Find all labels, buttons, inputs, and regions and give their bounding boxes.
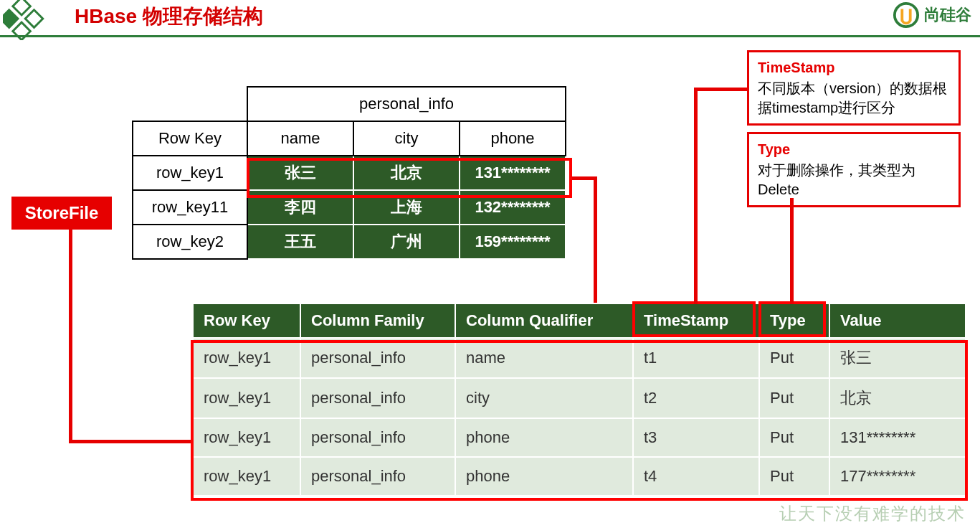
data-cell: 北京 bbox=[353, 156, 460, 190]
connector-line bbox=[790, 198, 794, 304]
col-header: phone bbox=[460, 121, 566, 156]
connector-line bbox=[69, 230, 72, 443]
row-key-cell: row_key1 bbox=[133, 156, 247, 190]
row-key-header: Row Key bbox=[133, 121, 247, 156]
callout-type: Type 对于删除操作，其类型为Delete bbox=[747, 132, 961, 207]
column-family-header: personal_info bbox=[247, 87, 566, 121]
cell: t1 bbox=[633, 338, 759, 378]
col-header-type: Type bbox=[759, 303, 829, 338]
col-header-rowkey: Row Key bbox=[193, 303, 300, 338]
cell: name bbox=[455, 338, 633, 378]
cell: personal_info bbox=[300, 338, 455, 378]
svg-rect-0 bbox=[13, 0, 31, 15]
connector-line bbox=[594, 176, 597, 304]
cell: personal_info bbox=[300, 418, 455, 457]
table-row: row_key1 personal_info phone t3 Put 131*… bbox=[193, 418, 966, 457]
data-cell: 上海 bbox=[353, 190, 460, 225]
cell: row_key1 bbox=[193, 457, 300, 496]
cell: Put bbox=[759, 418, 829, 457]
col-header: name bbox=[247, 121, 353, 156]
callout-body: 对于删除操作，其类型为Delete bbox=[758, 161, 950, 199]
connector-line bbox=[572, 176, 596, 180]
cell: Put bbox=[759, 338, 829, 378]
table-row: row_key1 personal_info phone t4 Put 177*… bbox=[193, 457, 966, 496]
cell: city bbox=[455, 378, 633, 418]
table-row: row_key11 李四 上海 132******** bbox=[133, 190, 566, 225]
brand-logo-icon bbox=[893, 1, 920, 29]
data-cell: 王五 bbox=[247, 225, 353, 259]
cell: 131******** bbox=[829, 418, 966, 457]
cell: Put bbox=[759, 457, 829, 496]
data-cell: 131******** bbox=[460, 156, 566, 190]
connector-line bbox=[69, 440, 192, 443]
logical-view-table: personal_info Row Key name city phone ro… bbox=[132, 86, 566, 260]
row-key-cell: row_key11 bbox=[133, 190, 247, 225]
diamond-grid-icon bbox=[3, 0, 44, 40]
cell: row_key1 bbox=[193, 378, 300, 418]
col-header-value: Value bbox=[829, 303, 966, 338]
table-row: row_key2 王五 广州 159******** bbox=[133, 225, 566, 259]
col-header-timestamp: TimeStamp bbox=[633, 303, 759, 338]
cell: personal_info bbox=[300, 457, 455, 496]
data-cell: 159******** bbox=[460, 225, 566, 259]
callout-body: 不同版本（version）的数据根据timestamp进行区分 bbox=[758, 79, 950, 118]
table-header-row: Row Key Column Family Column Qualifier T… bbox=[193, 303, 966, 338]
cell: row_key1 bbox=[193, 418, 300, 457]
cell: 177******** bbox=[829, 457, 966, 496]
callout-timestamp: TimeStamp 不同版本（version）的数据根据timestamp进行区… bbox=[747, 50, 961, 126]
page-title: HBase 物理存储结构 bbox=[75, 3, 263, 30]
physical-cells-table: Row Key Column Family Column Qualifier T… bbox=[192, 303, 966, 496]
brand-text: 尚硅谷 bbox=[924, 4, 971, 26]
cell: t4 bbox=[633, 457, 759, 496]
footer-watermark: 让天下没有难学的技术 bbox=[779, 502, 966, 525]
cell: t2 bbox=[633, 378, 759, 418]
storefile-label: StoreFile bbox=[11, 197, 112, 230]
data-cell: 广州 bbox=[353, 225, 460, 259]
col-header-cf: Column Family bbox=[300, 303, 455, 338]
svg-rect-2 bbox=[3, 10, 18, 28]
data-cell: 132******** bbox=[460, 190, 566, 225]
table-row: row_key1 personal_info name t1 Put 张三 bbox=[193, 338, 966, 378]
data-cell: 张三 bbox=[247, 156, 353, 190]
cell: Put bbox=[759, 378, 829, 418]
col-header: city bbox=[353, 121, 460, 156]
row-key-cell: row_key2 bbox=[133, 225, 247, 259]
svg-rect-1 bbox=[25, 10, 43, 28]
table-row: row_key1 personal_info city t2 Put 北京 bbox=[193, 378, 966, 418]
col-header-qualifier: Column Qualifier bbox=[455, 303, 633, 338]
header: HBase 物理存储结构 尚硅谷 bbox=[0, 0, 980, 37]
svg-rect-3 bbox=[13, 22, 31, 40]
cell: phone bbox=[455, 418, 633, 457]
cell: 北京 bbox=[829, 378, 966, 418]
cell: phone bbox=[455, 457, 633, 496]
callout-title: Type bbox=[758, 140, 950, 159]
cell: 张三 bbox=[829, 338, 966, 378]
connector-line bbox=[694, 88, 748, 91]
cell: personal_info bbox=[300, 378, 455, 418]
table-row: row_key1 张三 北京 131******** bbox=[133, 156, 566, 190]
data-cell: 李四 bbox=[247, 190, 353, 225]
brand: 尚硅谷 bbox=[893, 1, 971, 29]
cell: t3 bbox=[633, 418, 759, 457]
cell: row_key1 bbox=[193, 338, 300, 378]
connector-line bbox=[694, 89, 698, 304]
callout-title: TimeStamp bbox=[758, 58, 950, 77]
